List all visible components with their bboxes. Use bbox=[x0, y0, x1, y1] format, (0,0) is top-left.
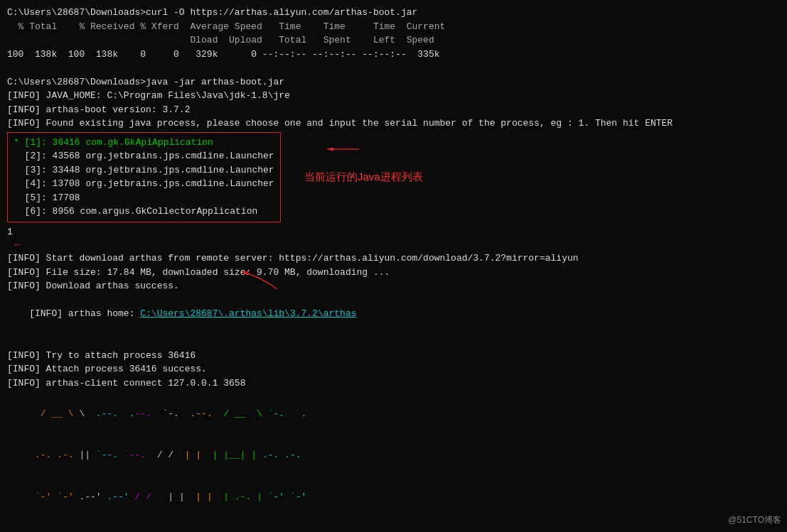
process5-line: [5]: 17708 bbox=[14, 191, 274, 205]
arrow-left-1: ← bbox=[14, 239, 21, 251]
info-home-line: [INFO] arthas home: C:\Users\28687\.arth… bbox=[7, 293, 780, 349]
annotation-process-list: 当前运行的Java进程列表 bbox=[304, 170, 423, 184]
info-attach-success-line: [INFO] Attach process 36416 success. bbox=[7, 362, 780, 376]
logo-line3: `-' `-' .--' .--' / / | | | | | .-. | `-… bbox=[7, 476, 780, 518]
logo-line2: .-. .-. || `--. `--. / / | | | |__| | .-… bbox=[7, 435, 780, 477]
info-try-attach-line: [INFO] Try to attach process 36416 bbox=[7, 349, 780, 363]
process4-line: [4]: 13708 org.jetbrains.jps.cmdline.Lau… bbox=[14, 177, 274, 191]
process1-line: * [1]: 36416 com.gk.GkApiApplication bbox=[14, 136, 274, 150]
info-filesize-line: [INFO] File size: 17.84 MB, downloaded s… bbox=[7, 266, 780, 280]
info-version-line: [INFO] arthas-boot version: 3.7.2 bbox=[7, 103, 780, 117]
info-java-home-line: [INFO] JAVA_HOME: C:\Program Files\Java\… bbox=[7, 89, 780, 103]
annotation-arrow-process bbox=[323, 139, 366, 160]
curl-command-line: C:\Users\28687\Downloads>curl -O https:/… bbox=[7, 6, 780, 20]
curl-header2-line: Dload Upload Total Spent Left Speed bbox=[7, 33, 780, 48]
arthas-home-path: C:\Users\28687\.arthas\lib\3.7.2\arthas bbox=[140, 308, 356, 319]
logo-container: / __ \ \ .--. .--. `-. .--. / __ \ `-. . bbox=[7, 393, 780, 435]
watermark: @51CTO博客 bbox=[728, 514, 781, 526]
input-1-line: 1 bbox=[7, 225, 780, 239]
empty-line1 bbox=[7, 61, 780, 75]
process2-line: [2]: 43568 org.jetbrains.jps.cmdline.Lau… bbox=[14, 149, 274, 163]
terminal: C:\Users\28687\Downloads>curl -O https:/… bbox=[0, 0, 787, 532]
info-download-success-line: [INFO] Download arthas success. bbox=[7, 279, 780, 293]
info-connect-line: [INFO] arthas-client connect 127.0.0.1 3… bbox=[7, 376, 780, 391]
wiki-line: wikihttps://arthas.aliyun.com/doc bbox=[7, 523, 780, 533]
curl-progress-line: 100 138k 100 138k 0 0 329k 0 --:--:-- --… bbox=[7, 48, 780, 62]
info-found-line: [INFO] Found existing java process, plea… bbox=[7, 116, 780, 131]
java-command-line: C:\Users\28687\Downloads>java -jar artha… bbox=[7, 75, 780, 89]
info-download-start-line: [INFO] Start download arthas from remote… bbox=[7, 251, 780, 266]
curl-header-line: % Total % Received % Xferd Average Speed… bbox=[7, 20, 780, 34]
process6-line: [6]: 8956 com.argus.GkCollectorApplicati… bbox=[14, 205, 274, 219]
logo-part1: / __ \ bbox=[29, 408, 73, 419]
process3-line: [3]: 33448 org.jetbrains.jps.cmdline.Lau… bbox=[14, 163, 274, 178]
